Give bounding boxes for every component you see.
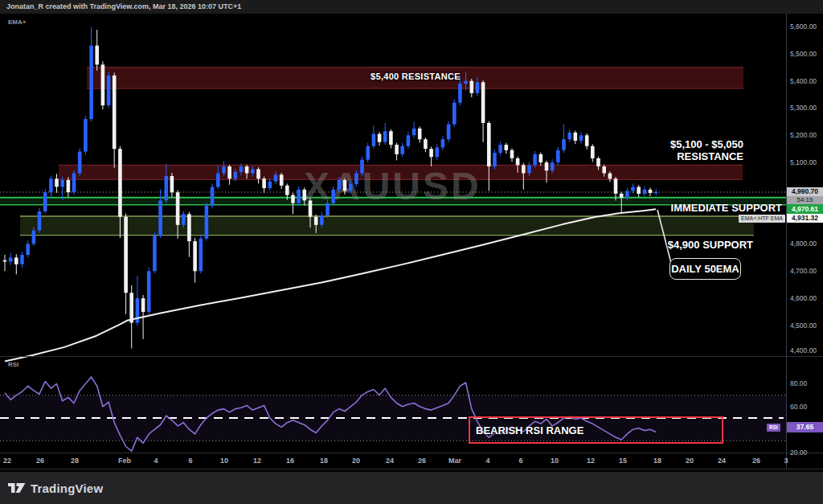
time-tick: 3 [774, 457, 798, 465]
tradingview-chart-window: Jonatan_R created with TradingView.com, … [0, 0, 823, 504]
price-tick: 5,600.00 [790, 23, 817, 31]
time-tick: 6 [178, 457, 203, 465]
time-tick: 22 [0, 457, 19, 465]
time-tick: 20 [344, 457, 368, 465]
time-tick: 26 [410, 457, 434, 465]
price-tick: 4,400.00 [790, 346, 817, 354]
tradingview-brand-text[interactable]: TradingView [31, 481, 103, 495]
time-tick: 26 [28, 457, 52, 465]
bearish-rsi-range-text: BEARISH RSI RANGE [476, 424, 583, 436]
annotation-5100-line2: RESISTANCE [670, 150, 743, 162]
time-tick: 4 [144, 457, 168, 465]
time-tick: 24 [378, 457, 402, 465]
price-tick: 4,800.00 [790, 240, 817, 248]
annotation-5100-5050-resistance[interactable]: $5,100 - $5,050 RESISTANCE [670, 138, 743, 162]
time-tick: 4 [476, 457, 500, 465]
time-tick: 18 [645, 457, 669, 465]
time-tick: 28 [63, 457, 87, 465]
price-axis[interactable]: 5,600.005,500.005,400.005,300.005,200.00… [787, 0, 823, 469]
time-tick: Feb [113, 457, 137, 465]
price-tick: 5,200.00 [790, 131, 817, 139]
rsi-tick: 80.00 [790, 379, 807, 387]
daily-50ema-text: DAILY 50EMA [671, 263, 739, 275]
time-axis-bottom-line [0, 469, 823, 469]
tradingview-logo-icon[interactable] [8, 481, 26, 494]
pane-separator-main-rsi[interactable] [0, 356, 823, 357]
annotation-daily-50ema-callout[interactable]: DAILY 50EMA [669, 258, 741, 280]
rsi-badge: RSI [767, 424, 780, 432]
time-tick: 6 [509, 457, 533, 465]
time-tick: 20 [678, 457, 702, 465]
time-tick: 24 [710, 457, 734, 465]
support-price-label: 4,970.61 [787, 204, 823, 214]
ema-indicator-tag: EMA+:HTF EMA [739, 215, 785, 223]
time-tick: 10 [543, 457, 567, 465]
time-tick: 18 [312, 457, 336, 465]
time-tick: Mar [443, 457, 467, 465]
price-tick: 5,300.00 [790, 104, 817, 112]
annotation-5400-resistance[interactable]: $5,400 RESISTANCE [289, 72, 542, 81]
price-tick: 4,500.00 [790, 322, 817, 330]
rsi-tick: 60.00 [790, 403, 807, 411]
last-price-value: 4,990.70 [787, 187, 823, 196]
rsi-value-label: 37.65 [787, 422, 823, 432]
indicator-label-rsi[interactable]: RSI [8, 361, 18, 368]
annotation-5100-line1: $5,100 - $5,050 [670, 138, 743, 150]
candle-countdown: 54:15 [787, 196, 823, 204]
time-tick: 15 [611, 457, 635, 465]
time-tick: 16 [278, 457, 302, 465]
ema-price-label: 4,931.32 [787, 214, 823, 223]
time-tick: 12 [245, 457, 269, 465]
annotation-4900-support[interactable]: $4,900 SUPPORT [668, 239, 753, 251]
price-tick: 5,500.00 [790, 50, 817, 58]
time-tick: 10 [212, 457, 236, 465]
footer-bar: TradingView [0, 472, 823, 504]
time-tick: 26 [744, 457, 768, 465]
price-tick: 5,100.00 [790, 158, 817, 166]
time-tick: 12 [579, 457, 603, 465]
price-tick: 5,400.00 [790, 77, 817, 85]
last-price-label: 4,990.70 54:15 [787, 187, 823, 204]
bearish-rsi-range-box[interactable]: BEARISH RSI RANGE [469, 416, 723, 444]
indicator-label-ema[interactable]: EMA+ [8, 18, 26, 26]
price-tick: 4,700.00 [790, 267, 817, 275]
time-axis[interactable]: 222628Feb4610121618202426Mar461012151820… [0, 453, 823, 469]
price-tick: 4,600.00 [790, 294, 817, 302]
annotation-immediate-support[interactable]: IMMEDIATE SUPPORT [671, 202, 782, 214]
